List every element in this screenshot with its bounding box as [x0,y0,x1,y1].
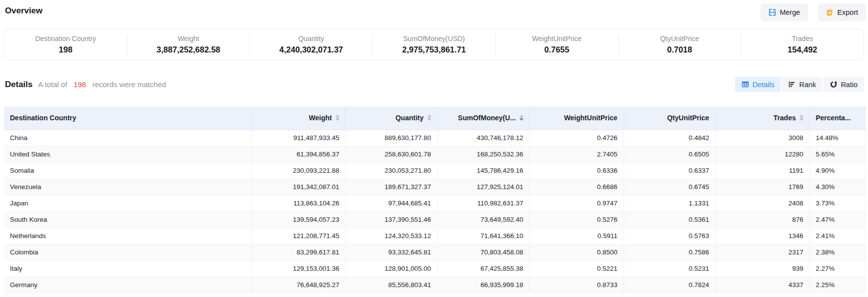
donut-chart-icon [830,81,837,88]
cell-weightunitprice: 2.7405 [529,146,624,162]
merge-button[interactable]: Merge [760,3,808,21]
cell-percenta: 4.90% [810,162,865,179]
table-row[interactable]: Netherlands121,208,771.45124,320,533.127… [4,228,865,244]
cell-percenta: 2.41% [810,228,865,244]
table-row[interactable]: United States61,394,856.37258,630,601.78… [4,146,865,162]
cell-sumofmoney-u: 66,935,999.18 [437,277,529,293]
cell-weightunitprice: 0.6336 [529,162,624,179]
cell-destination-country: South Korea [4,211,251,228]
sort-desc-caret [336,118,340,121]
column-header-destination-country: Destination Country [4,106,251,130]
records-count: 198 [73,74,86,95]
cell-sumofmoney-u: 73,649,592.40 [437,211,529,228]
cell-sumofmoney-u: 70,803,458.08 [437,244,529,260]
cell-sumofmoney-u: 110,982,631.37 [437,195,529,211]
view-switcher: Details Rank Ratio [735,77,864,92]
cell-weightunitprice: 0.6686 [529,179,624,195]
cell-quantity: 189,671,327.37 [346,179,437,195]
cell-qtyunitprice: 0.6505 [624,146,715,162]
column-header-percenta: Percenta... [810,106,865,130]
cell-destination-country: Colombia [4,244,251,260]
tab-rank-label: Rank [799,81,816,89]
column-label: Trades [773,114,796,122]
tab-rank[interactable]: Rank [782,77,822,92]
stat-label: Weight [127,35,250,43]
cell-destination-country: Netherlands [4,228,251,244]
cell-quantity: 97,944,685.41 [346,195,437,211]
cell-destination-country: China [4,130,251,146]
cell-quantity: 137,390,551.46 [346,211,437,228]
export-icon [826,8,834,16]
sort-asc-caret [800,115,804,117]
stat-label: Quantity [250,35,372,43]
tab-details[interactable]: Details [735,77,781,92]
column-label: Destination Country [10,114,76,122]
cell-percenta: 2.25% [810,277,865,293]
stat-value: 0.7018 [619,45,741,55]
cell-sumofmoney-u: 71,641,366.10 [437,228,529,244]
stat-weightunitprice: WeightUnitPrice0.7655 [495,34,618,55]
cell-qtyunitprice: 0.5763 [624,228,715,244]
records-suffix: records were matched [92,74,166,95]
cell-qtyunitprice: 0.5361 [624,211,715,228]
cell-weightunitprice: 0.5221 [529,260,624,277]
stat-value: 0.7655 [496,45,618,55]
sort-asc-caret [427,115,431,117]
column-header-trades[interactable]: Trades [715,106,810,130]
stat-weight: Weight3,887,252,682.58 [127,34,250,55]
table-header-row: Destination CountryWeightQuantitySumOfMo… [4,106,865,130]
merge-button-label: Merge [780,8,800,16]
table-row[interactable]: Somalia230,093,221.88230,053,271.80145,7… [4,162,865,179]
table-row[interactable]: Japan113,863,104.2697,944,685.41110,982,… [4,195,865,211]
column-header-sumofmoney-u[interactable]: SumOfMoney(U... [437,106,529,130]
cell-trades: 2408 [715,195,810,211]
column-label: SumOfMoney(U... [458,114,516,122]
cell-trades: 2317 [715,244,810,260]
cell-destination-country: Somalia [4,162,251,179]
records-prefix: A total of [38,74,67,95]
cell-percenta: 3.73% [810,195,865,211]
column-header-weight[interactable]: Weight [251,106,346,130]
cell-weightunitprice: 0.4726 [529,130,624,146]
cell-destination-country: Italy [4,260,251,277]
cell-destination-country: Germany [4,277,251,293]
stat-value: 2,975,753,861.71 [373,45,495,55]
top-bar: Overview Merge Export [0,0,868,26]
table-row[interactable]: Germany76,648,925.2785,556,803.4166,935,… [4,277,865,293]
cell-weight: 76,648,925.27 [251,277,346,293]
cell-weightunitprice: 0.5911 [529,228,624,244]
stat-label: SumOfMoney(USD) [373,35,495,43]
topbar-actions: Merge Export [760,3,866,21]
records-summary: A total of 198 records were matched [38,74,166,95]
cell-quantity: 230,053,271.80 [346,162,437,179]
sort-desc-caret [427,118,431,121]
column-label: Weight [309,114,332,122]
table-row[interactable]: Italy129,153,001.36128,901,005.0067,425,… [4,260,865,277]
sort-icon [336,115,340,121]
table-row[interactable]: Venezuela191,342,087.01189,671,327.37127… [4,179,865,195]
stat-destination-country: Destination Country198 [4,34,127,55]
column-header-quantity[interactable]: Quantity [346,106,437,130]
cell-trades: 876 [715,211,810,228]
export-button[interactable]: Export [818,3,866,21]
table-row[interactable]: Colombia83,299,617.8193,332,645.8170,803… [4,244,865,260]
column-header-weightunitprice: WeightUnitPrice [529,106,624,130]
sort-icon [427,115,431,121]
stat-value: 198 [4,45,127,55]
cell-qtyunitprice: 0.7824 [624,277,715,293]
table-row[interactable]: South Korea139,594,057.23137,390,551.467… [4,211,865,228]
stat-trades: Trades154,492 [741,34,864,55]
column-label: QtyUnitPrice [667,114,709,122]
cell-percenta: 4.30% [810,179,865,195]
tab-ratio[interactable]: Ratio [823,77,864,92]
stat-value: 3,887,252,682.58 [127,45,250,55]
tab-ratio-label: Ratio [841,81,858,89]
sort-desc-caret [800,118,804,121]
cell-qtyunitprice: 0.5231 [624,260,715,277]
cell-sumofmoney-u: 145,786,429.16 [437,162,529,179]
cell-trades: 1769 [715,179,810,195]
table-row[interactable]: China911,487,933.45889,630,177.80430,746… [4,130,865,146]
cell-qtyunitprice: 1.1331 [624,195,715,211]
column-label: WeightUnitPrice [564,114,618,122]
cell-quantity: 889,630,177.80 [346,130,437,146]
